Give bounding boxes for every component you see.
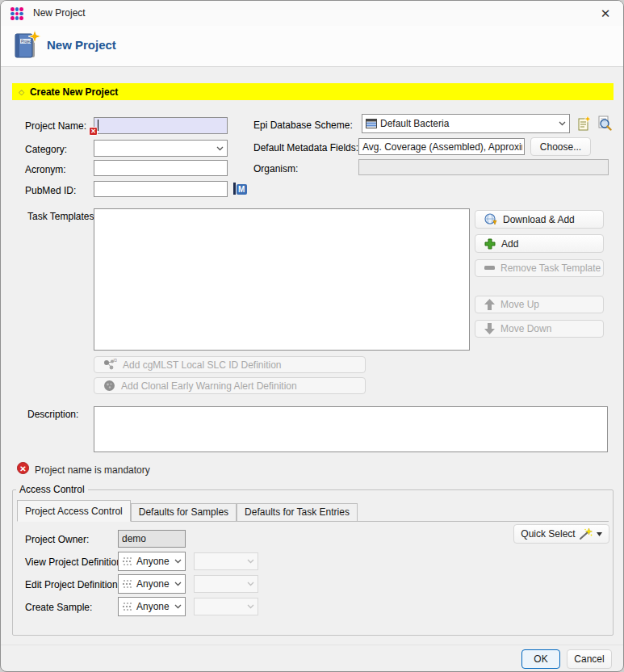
remove-task-template-button: Remove Task Template [475, 259, 604, 277]
project-name-label: Project Name: [25, 120, 86, 132]
svg-text:ID: ID [114, 359, 118, 363]
tab-project-access-control[interactable]: Project Access Control [17, 500, 131, 522]
organism-input [358, 159, 609, 175]
group-icon [122, 602, 133, 612]
tab-defaults-for-task-entries[interactable]: Defaults for Task Entries [237, 503, 358, 521]
pubmed-id-input[interactable] [94, 181, 228, 197]
project-name-input[interactable] [94, 117, 228, 134]
view-project-definition-label: View Project Definition: [25, 556, 124, 568]
cancel-button[interactable]: Cancel [567, 649, 612, 669]
group-icon [122, 556, 133, 567]
chevron-down-icon [216, 146, 224, 151]
globe-download-icon [484, 213, 497, 226]
svg-text:Projec: Projec [21, 40, 32, 44]
epi-scheme-select[interactable]: Default Bacteria [362, 114, 570, 133]
app-logo-icon [10, 7, 23, 20]
download-add-button[interactable]: Download & Add [475, 210, 604, 229]
edit-project-definition-label: Edit Project Definition: [25, 579, 120, 590]
chevron-down-icon [174, 604, 182, 609]
edit-project-definition-extra-select [194, 575, 258, 593]
titlebar: New Project ✕ [1, 1, 623, 26]
category-select[interactable] [94, 140, 228, 157]
metadata-label: Default Metadata Fields: [253, 142, 358, 153]
task-templates-list[interactable] [94, 208, 470, 351]
cgmlst-cluster-icon: ID [103, 359, 117, 371]
banner-title: Create New Project [30, 86, 118, 98]
group-icon [122, 579, 133, 590]
move-up-button: Move Up [475, 296, 604, 313]
close-icon[interactable]: ✕ [597, 6, 614, 22]
move-down-button: Move Down [475, 320, 604, 338]
new-scheme-icon[interactable] [577, 116, 591, 131]
add-clonal-alert-button: Add Clonal Early Warning Alert Definitio… [94, 377, 366, 394]
tab-defaults-for-samples[interactable]: Defaults for Samples [131, 503, 237, 521]
choose-button[interactable]: Choose... [530, 137, 591, 156]
footer-divider [1, 645, 623, 645]
quick-select-button[interactable]: Quick Select [513, 524, 609, 544]
chevron-down-icon [174, 559, 182, 564]
category-label: Category: [25, 144, 67, 155]
add-cgmlst-slc-button: ID Add cgMLST Local SLC ID Definition [94, 356, 366, 373]
preview-scheme-icon[interactable] [597, 116, 612, 131]
field-error-badge-icon: ✕ [89, 127, 98, 136]
arrow-down-icon [484, 323, 495, 334]
plus-icon [484, 238, 496, 250]
pubmed-label: PubMed ID: [25, 185, 76, 196]
create-project-banner: ◇ Create New Project [12, 83, 614, 100]
project-owner-label: Project Owner: [25, 534, 89, 545]
new-project-dialog: New Project ✕ Projec New Project ◇ Creat… [0, 0, 624, 672]
pubmed-icon[interactable]: M [232, 182, 248, 195]
page-title: New Project [47, 38, 116, 52]
dialog-header: Projec New Project [1, 26, 623, 67]
metadata-fields-value: Avg. Coverage (Assembled), Approximate [358, 138, 525, 155]
epi-scheme-label: Epi Database Scheme: [253, 120, 353, 131]
chevron-down-icon [247, 604, 254, 609]
chevron-down-icon [559, 121, 566, 126]
chevron-down-icon [174, 582, 182, 586]
view-project-definition-extra-select [194, 552, 258, 570]
add-button[interactable]: Add [475, 234, 604, 253]
clonal-alert-icon [103, 380, 115, 392]
acronym-input[interactable] [94, 160, 228, 176]
chevron-down-icon [247, 559, 254, 564]
magic-wand-icon [580, 528, 593, 540]
access-control-legend: Access Control [16, 484, 88, 495]
view-project-definition-select[interactable]: Anyone [118, 552, 186, 571]
new-project-book-icon: Projec [12, 29, 43, 61]
description-textarea[interactable] [94, 406, 608, 452]
error-message: Project name is mandatory [35, 464, 150, 476]
create-sample-select[interactable]: Anyone [118, 597, 186, 616]
arrow-up-icon [484, 299, 495, 310]
description-label: Description: [27, 409, 78, 420]
create-sample-extra-select [194, 598, 258, 615]
organism-label: Organism: [253, 163, 298, 174]
diamond-icon: ◇ [19, 88, 24, 96]
edit-project-definition-select[interactable]: Anyone [118, 574, 186, 594]
minus-icon [484, 266, 495, 271]
access-control-tabs: Project Access Control Defaults for Samp… [17, 502, 609, 522]
ok-button[interactable]: OK [521, 649, 560, 669]
text-caret [98, 120, 98, 131]
error-icon: ✕ [17, 462, 29, 474]
svg-text:M: M [238, 185, 245, 194]
create-sample-label: Create Sample: [25, 602, 92, 613]
chevron-down-icon [247, 582, 254, 586]
project-owner-field: demo [118, 530, 186, 548]
window-title: New Project [33, 7, 86, 19]
chevron-down-icon [597, 532, 602, 536]
acronym-label: Acronym: [25, 164, 66, 175]
task-templates-label: Task Templates: [27, 211, 97, 222]
table-scheme-icon [366, 119, 377, 128]
